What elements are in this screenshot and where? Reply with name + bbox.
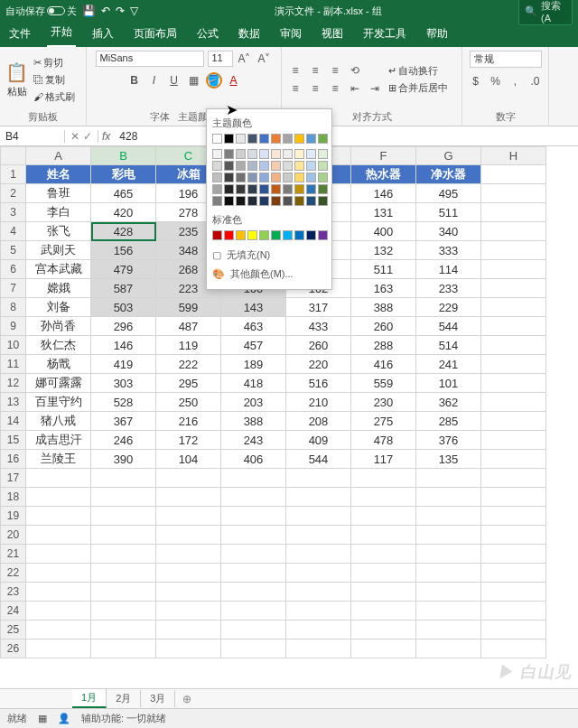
color-swatch[interactable]	[294, 134, 304, 144]
paste-button[interactable]: 📋 粘贴	[5, 61, 28, 98]
align-left-icon[interactable]: ≡	[287, 80, 303, 97]
color-swatch[interactable]	[236, 196, 246, 206]
cell[interactable]: 479	[91, 260, 156, 279]
cell[interactable]: 208	[286, 412, 351, 431]
cell[interactable]	[481, 450, 546, 469]
cell[interactable]	[416, 469, 481, 488]
cell[interactable]: 544	[416, 317, 481, 336]
percent-icon[interactable]: %	[488, 73, 504, 89]
undo-icon[interactable]: ↶	[101, 5, 110, 17]
cell[interactable]	[221, 545, 286, 564]
cell[interactable]	[481, 393, 546, 412]
row-header-11[interactable]: 11	[1, 355, 26, 374]
cell[interactable]	[156, 469, 221, 488]
color-swatch[interactable]	[306, 134, 316, 144]
row-header-25[interactable]: 25	[1, 621, 26, 639]
cell[interactable]: 288	[351, 336, 416, 355]
color-swatch[interactable]	[271, 184, 281, 194]
currency-icon[interactable]: $	[468, 73, 484, 89]
cell[interactable]: 409	[286, 431, 351, 450]
color-swatch[interactable]	[236, 149, 246, 159]
cell[interactable]	[481, 317, 546, 336]
cell[interactable]	[481, 184, 546, 203]
cell[interactable]	[221, 621, 286, 639]
confirm-formula-icon[interactable]: ✓	[83, 130, 92, 143]
cell[interactable]: 132	[351, 241, 416, 260]
cell[interactable]	[351, 583, 416, 602]
cell[interactable]: 295	[156, 374, 221, 393]
color-swatch[interactable]	[294, 196, 304, 206]
add-sheet-button[interactable]: ⊕	[175, 693, 199, 705]
redo-icon[interactable]: ↷	[116, 5, 125, 17]
row-header-15[interactable]: 15	[1, 431, 26, 450]
cell[interactable]: 猪八戒	[26, 412, 91, 431]
header-cell[interactable]	[481, 165, 546, 184]
cell[interactable]: 400	[351, 222, 416, 241]
row-header-22[interactable]: 22	[1, 564, 26, 583]
cell[interactable]: 220	[286, 355, 351, 374]
cell[interactable]	[26, 564, 91, 583]
cell[interactable]: 成吉思汗	[26, 431, 91, 450]
row-header-1[interactable]: 1	[1, 165, 26, 184]
filter-icon[interactable]: ▽	[130, 5, 138, 17]
cell[interactable]: 张飞	[26, 222, 91, 241]
cell[interactable]: 156	[91, 241, 156, 260]
align-bottom-icon[interactable]: ≡	[327, 62, 343, 79]
format-painter-button[interactable]: 🖌格式刷	[32, 89, 77, 105]
italic-button[interactable]: I	[146, 72, 163, 89]
cell[interactable]	[286, 507, 351, 526]
cell[interactable]	[351, 602, 416, 621]
cell[interactable]	[91, 526, 156, 545]
cell[interactable]	[286, 488, 351, 507]
tab-文件[interactable]: 文件	[5, 26, 34, 47]
cell[interactable]: 317	[286, 298, 351, 317]
header-cell[interactable]: 彩电	[91, 165, 156, 184]
cell[interactable]	[221, 639, 286, 658]
color-swatch[interactable]	[271, 161, 281, 171]
column-header-B[interactable]: B	[91, 147, 156, 165]
fill-color-button[interactable]: 🪣	[206, 72, 222, 89]
color-swatch[interactable]	[236, 184, 246, 194]
row-header-24[interactable]: 24	[1, 602, 26, 621]
cell[interactable]: 416	[351, 355, 416, 374]
cell[interactable]: 狄仁杰	[26, 336, 91, 355]
cell[interactable]: 210	[286, 393, 351, 412]
cell[interactable]: 340	[416, 222, 481, 241]
cell[interactable]	[481, 222, 546, 241]
cell[interactable]	[351, 507, 416, 526]
name-box[interactable]: B4	[0, 130, 65, 143]
cell[interactable]: 孙尚香	[26, 317, 91, 336]
cell[interactable]	[481, 336, 546, 355]
color-swatch[interactable]	[294, 230, 304, 240]
row-header-7[interactable]: 7	[1, 279, 26, 298]
cell[interactable]: 杨戬	[26, 355, 91, 374]
cell[interactable]	[91, 583, 156, 602]
color-swatch[interactable]	[318, 230, 328, 240]
cell[interactable]	[416, 526, 481, 545]
cell[interactable]: 367	[91, 412, 156, 431]
cell[interactable]	[286, 545, 351, 564]
color-swatch[interactable]	[259, 149, 269, 159]
color-swatch[interactable]	[224, 196, 234, 206]
row-header-12[interactable]: 12	[1, 374, 26, 393]
cell[interactable]: 嫦娥	[26, 279, 91, 298]
row-header-19[interactable]: 19	[1, 507, 26, 526]
color-swatch[interactable]	[224, 161, 234, 171]
copy-button[interactable]: ⿻复制	[32, 72, 77, 88]
color-swatch[interactable]	[294, 184, 304, 194]
cell[interactable]	[26, 639, 91, 658]
cell[interactable]: 119	[156, 336, 221, 355]
cell[interactable]	[416, 507, 481, 526]
color-swatch[interactable]	[212, 161, 222, 171]
cell[interactable]: 203	[221, 393, 286, 412]
color-swatch[interactable]	[259, 161, 269, 171]
cell[interactable]: 189	[221, 355, 286, 374]
cell[interactable]	[286, 602, 351, 621]
color-swatch[interactable]	[224, 134, 234, 144]
cell[interactable]	[286, 621, 351, 639]
row-header-13[interactable]: 13	[1, 393, 26, 412]
color-swatch[interactable]	[247, 161, 257, 171]
cell[interactable]: 222	[156, 355, 221, 374]
cell[interactable]	[481, 412, 546, 431]
cell[interactable]	[26, 583, 91, 602]
